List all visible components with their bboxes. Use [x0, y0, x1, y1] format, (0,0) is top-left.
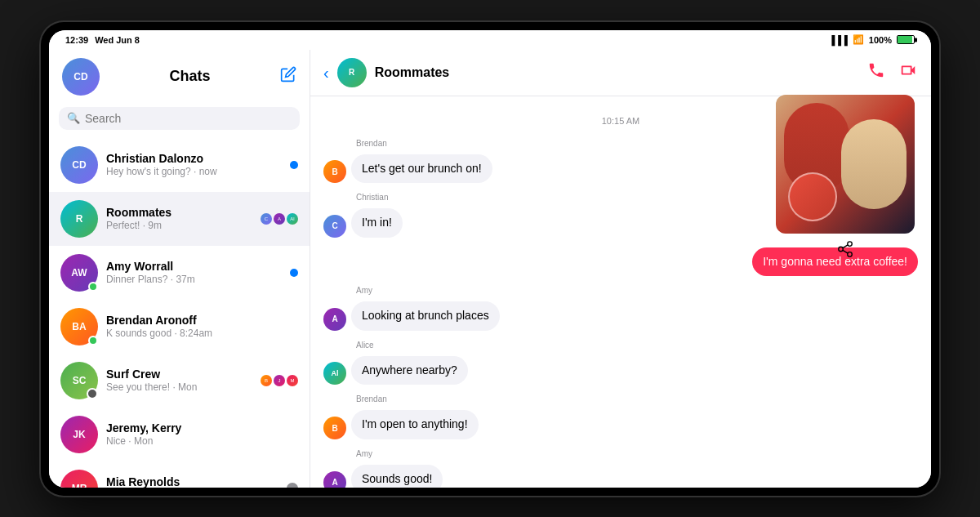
svg-line-3 [843, 250, 848, 253]
sender-label: Alice [356, 341, 918, 350]
chat-meta [287, 483, 298, 488]
sidebar-title: Chats [100, 68, 280, 85]
chat-info: Surf Crew See you there! · Mon [106, 368, 252, 393]
search-icon: 🔍 [67, 112, 80, 124]
share-button[interactable] [776, 240, 915, 261]
chat-info: Jeremy, Kerry Nice · Mon [106, 421, 298, 447]
chat-name: Jeremy, Kerry [106, 421, 298, 435]
date: Wed Jun 8 [95, 35, 140, 45]
status-left: 12:39 Wed Jun 8 [65, 35, 140, 45]
chat-preview: K sounds good · 8:24am [106, 328, 298, 339]
time: 12:39 [65, 35, 88, 45]
avatar: C [323, 215, 346, 238]
message-row: Al Anywhere nearby? [323, 356, 918, 386]
svg-point-1 [839, 247, 844, 252]
chat-name: Brendan Aronoff [106, 314, 298, 327]
battery-icon [897, 35, 915, 44]
compose-icon[interactable] [280, 66, 296, 87]
main-content: CD Chats 🔍 [49, 50, 931, 488]
list-item[interactable]: BA Brendan Aronoff K sounds good · 8:24a… [49, 300, 310, 354]
chat-header-actions [867, 61, 918, 83]
chat-name: Roommates [106, 206, 252, 219]
chat-info: Brendan Aronoff K sounds good · 8:24am [106, 314, 298, 339]
unread-indicator [290, 161, 298, 169]
message-row: A Looking at brunch places [323, 301, 918, 331]
chat-name: Christian Dalonzo [106, 152, 282, 165]
list-item[interactable]: CD Christian Dalonzo Hey how's it going?… [49, 138, 310, 192]
chat-info: Roommates Perfect! · 9m [106, 206, 252, 231]
user-avatar[interactable]: CD [62, 58, 100, 96]
chat-header: ‹ R Roommates [310, 50, 931, 96]
avatar: A [323, 471, 346, 488]
battery: 100% [869, 35, 892, 45]
unread-indicator [290, 269, 298, 277]
sender-label: Amy [356, 286, 918, 295]
shared-photo-area [776, 95, 915, 261]
message-row: A Sounds good! [323, 465, 918, 487]
sidebar-header: CD Chats [49, 50, 310, 102]
sender-label: Brendan [356, 394, 918, 403]
ipad-frame: 12:39 Wed Jun 8 ▐▐▐ 📶 100% CD [41, 22, 939, 496]
chat-preview: Perfect! · 9m [106, 220, 252, 231]
status-right: ▐▐▐ 📶 100% [828, 34, 915, 45]
online-indicator [88, 282, 98, 292]
message-bubble: I'm in! [351, 208, 403, 238]
avatar: B [323, 417, 346, 439]
search-input[interactable] [85, 112, 292, 125]
message-bubble: Looking at brunch places [351, 301, 500, 331]
phone-icon[interactable] [867, 61, 885, 83]
chat-preview: Nice · Mon [106, 435, 298, 447]
list-item[interactable]: SC Surf Crew See you there! · Mon B J M [49, 354, 310, 408]
message-row: B I'm open to anything! [323, 410, 918, 439]
message-bubble: I'm open to anything! [351, 410, 479, 439]
sender-label: Amy [356, 449, 918, 458]
chat-preview: Dinner Plans? · 37m [106, 274, 282, 285]
list-item[interactable]: AW Amy Worrall Dinner Plans? · 37m [49, 246, 310, 300]
chat-meta [290, 161, 298, 169]
chat-list: CD Christian Dalonzo Hey how's it going?… [49, 138, 310, 488]
chat-meta: C A Al [261, 213, 298, 225]
search-bar[interactable]: 🔍 [59, 107, 300, 130]
wifi-icon: 📶 [853, 34, 864, 45]
chat-name: Mia Reynolds [106, 475, 278, 488]
sidebar: CD Chats 🔍 [49, 50, 310, 488]
list-item[interactable]: R Roommates Perfect! · 9m C A Al [49, 192, 310, 246]
chat-info: Mia Reynolds You sent a sticker · Mon [106, 475, 278, 488]
chat-header-avatar: R [337, 58, 367, 87]
avatar: B [323, 160, 346, 183]
svg-point-2 [848, 252, 853, 256]
chat-info: Christian Dalonzo Hey how's it going? · … [106, 152, 282, 177]
chat-panel: ‹ R Roommates [310, 50, 931, 488]
avatar: A [323, 308, 346, 331]
list-item[interactable]: MR Mia Reynolds You sent a sticker · Mon [49, 461, 310, 488]
chat-preview: Hey how's it going? · now [106, 166, 282, 177]
chat-preview: See you there! · Mon [106, 381, 252, 393]
list-item[interactable]: JK Jeremy, Kerry Nice · Mon [49, 408, 310, 461]
avatar: Al [323, 362, 346, 385]
svg-point-0 [848, 241, 853, 246]
message-bubble: Anywhere nearby? [351, 356, 468, 386]
chat-name: Amy Worrall [106, 260, 282, 273]
svg-line-4 [843, 244, 848, 247]
chat-header-name: Roommates [375, 65, 859, 80]
chat-info: Amy Worrall Dinner Plans? · 37m [106, 260, 282, 285]
chat-name: Surf Crew [106, 368, 252, 381]
ipad-screen: 12:39 Wed Jun 8 ▐▐▐ 📶 100% CD [49, 30, 931, 488]
shared-photo [776, 95, 915, 234]
chat-meta [290, 269, 298, 277]
video-icon[interactable] [898, 61, 918, 83]
message-bubble: Sounds good! [351, 465, 443, 487]
signal-icon: ▐▐▐ [828, 35, 847, 45]
message-bubble: Let's get our brunch on! [351, 154, 492, 184]
online-indicator [88, 336, 98, 345]
status-bar: 12:39 Wed Jun 8 ▐▐▐ 📶 100% [49, 30, 931, 50]
chat-meta: B J M [261, 375, 298, 386]
back-button[interactable]: ‹ [323, 65, 329, 81]
